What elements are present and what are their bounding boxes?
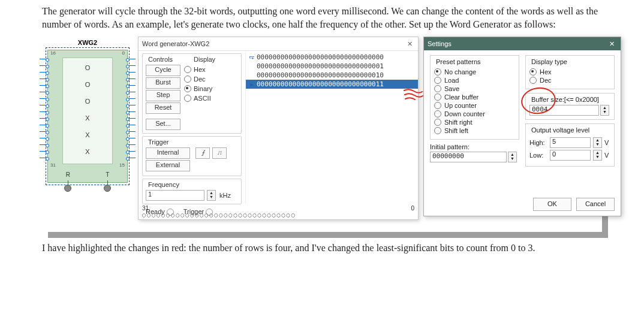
radio-icon [434,85,441,92]
word-value: 00000000000000000000000000000011 [257,80,384,88]
radio-icon [434,110,441,117]
xwg2-pin-left[interactable] [40,111,48,112]
controls-label: Controls [147,56,174,63]
ok-button[interactable]: OK [533,198,571,211]
xwg2-inner-row: O [63,62,112,70]
xwg2-pin-left[interactable] [40,72,48,73]
xwg2-pin-left[interactable] [40,131,48,132]
set-button[interactable]: Set... [146,119,180,130]
xwg2-inner-row [63,70,112,79]
initial-pattern-spin[interactable] [508,152,517,162]
preset-label: Preset patterns [434,58,483,65]
preset-radio-label: Load [444,77,459,84]
bit-ruler-dots: ◯◯◯◯◯◯◯◯◯◯◯◯◯◯◯◯◯◯◯◯◯◯◯◯◯◯◯◯◯◯◯◯ [142,212,414,218]
preset-radio-label: Shift left [444,127,468,134]
high-spin[interactable] [593,137,602,148]
display-radio-binary[interactable]: Binary [184,85,212,92]
xwg2-pin-left[interactable] [40,105,48,105]
radio-icon [184,85,191,92]
xwg2-pin-right[interactable] [127,138,136,138]
radio-icon [184,76,191,83]
xwg2-pin-right[interactable] [127,85,136,86]
word-row[interactable]: ⮓00000000000000000000000000000000 [246,53,418,62]
frequency-input[interactable]: 1 [146,190,204,201]
preset-radio-down[interactable]: Down counter [434,110,515,117]
xwg2-pin-right[interactable] [127,72,136,73]
xwg2-pin-left[interactable] [40,118,48,119]
reset-button[interactable]: Reset [146,102,180,114]
xwg2-pin-right[interactable] [127,131,136,132]
display-type-radio-dec[interactable]: Dec [529,77,610,84]
falling-edge-button[interactable]: ⎍ [212,147,227,159]
word-list[interactable]: ⮓000000000000000000000000000000000000000… [246,53,418,89]
settings-title: Settings [428,40,452,47]
xwg2-pin-left[interactable] [40,125,48,125]
word-value: 00000000000000000000000000000000 [257,53,384,61]
preset-radio-up[interactable]: Up counter [434,102,515,109]
preset-radio-save[interactable]: Save [434,85,515,92]
xwg2-pin-left[interactable] [40,98,48,99]
radio-icon [434,102,441,109]
xwg2-pin-right[interactable] [127,79,136,79]
word-row[interactable]: 00000000000000000000000000000001 [246,62,418,71]
close-icon[interactable]: ✕ [405,39,414,49]
preset-radio-clear[interactable]: Clear buffer [434,93,515,101]
xwg2-pin-right[interactable] [127,92,136,92]
high-input[interactable]: 5 [550,137,591,148]
xwg2-pin-left[interactable] [40,138,48,138]
xwg2-pin-left[interactable] [40,158,48,158]
xwg2-pin-right[interactable] [127,59,136,59]
xwg2-pin-right[interactable] [127,125,136,125]
xwg2-pin-right[interactable] [127,118,136,119]
xwg2-pin-left[interactable] [40,151,48,152]
xwg2-pin-right[interactable] [127,98,136,99]
initial-pattern-input[interactable]: 00000000 [430,152,507,162]
preset-radio-load[interactable]: Load [434,77,515,84]
word-row[interactable]: 00000000000000000000000000000010 [246,71,418,80]
display-type-radio-hex[interactable]: Hex [529,68,610,76]
low-spin[interactable] [593,150,602,161]
trigger-label: Trigger [147,138,170,146]
burst-button[interactable]: Burst [146,77,180,89]
xwg2-pin-right[interactable] [127,144,136,145]
low-input[interactable]: 0 [550,150,591,161]
trigger-external-button[interactable]: External [146,160,190,171]
cursor-current-icon: ▶ [248,81,255,88]
display-type-radio-label: Hex [540,68,552,76]
xwg2-pin-left[interactable] [40,92,48,92]
display-type-radio-label: Dec [540,77,552,84]
xwg2-r-label: R [66,171,70,178]
xwg2-pin-left[interactable] [40,85,48,86]
preset-radio-nochange[interactable]: No change [434,68,515,76]
settings-window: Settings ✕ Preset patterns No changeLoad… [423,37,621,216]
xwg2-pin-right[interactable] [127,158,136,158]
xwg2-pin-right[interactable] [127,105,136,105]
preset-radio-sright[interactable]: Shift right [434,119,515,126]
cycle-button[interactable]: Cycle [146,65,180,76]
xwg2-inner-row [63,87,112,95]
display-radio-ascii[interactable]: ASCII [184,95,212,102]
xwg2-pin-right[interactable] [127,151,136,152]
frequency-spin[interactable] [207,190,216,201]
xwg2-pin-right[interactable] [127,111,136,112]
settings-close-icon[interactable]: ✕ [606,38,617,49]
rising-edge-button[interactable]: ⨍ [195,147,210,159]
xwg2-pin-left[interactable] [40,79,48,79]
buffer-size-spin[interactable] [600,105,609,116]
preset-radio-sleft[interactable]: Shift left [434,127,515,134]
intro-paragraph: The generator will cycle through the 32-… [42,5,602,31]
display-radio-dec[interactable]: Dec [184,76,212,83]
xwg2-component[interactable]: XWG2 16 0 OOOXXX 31 15 R T [46,39,130,185]
xwg2-pin-left[interactable] [40,59,48,59]
word-value: 00000000000000000000000000000010 [257,71,384,79]
xwg2-pin-left[interactable] [40,144,48,145]
display-radio-hex[interactable]: Hex [184,66,212,73]
buffer-size-input[interactable]: 0004 [529,105,599,116]
word-row[interactable]: ▶00000000000000000000000000000011 [246,80,418,89]
cancel-button[interactable]: Cancel [576,198,615,211]
trigger-internal-button[interactable]: Internal [146,147,190,159]
xwg2-pin-left[interactable] [40,65,48,66]
xwg2-pin-right[interactable] [127,65,136,66]
step-button[interactable]: Step [146,90,180,101]
cursor-start-icon: ⮓ [248,54,255,61]
